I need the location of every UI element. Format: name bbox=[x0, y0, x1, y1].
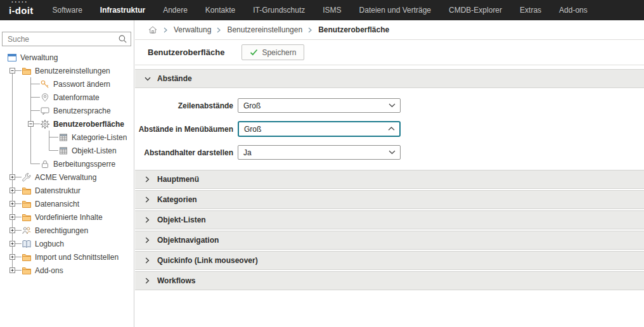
tree-item-objekt-listen[interactable]: Objekt-Listen bbox=[0, 144, 134, 157]
select-value: Ja bbox=[243, 148, 252, 157]
chevron-right-icon bbox=[144, 217, 151, 223]
nav-item-add-ons[interactable]: Add-ons bbox=[559, 6, 588, 15]
section-body-abstaende: ZeilenabständeGroßAbstände in Menübäumen… bbox=[135, 88, 644, 169]
wrench-icon bbox=[22, 172, 32, 183]
section-label: Quickinfo (Link mouseover) bbox=[157, 256, 258, 265]
app-logo[interactable]: i-doit bbox=[9, 5, 33, 16]
tree-item-datenformate[interactable]: Datenformate bbox=[0, 91, 134, 104]
select-value: Groß bbox=[243, 101, 261, 110]
page-title: Benutzeroberfläche bbox=[148, 48, 224, 57]
tree-item-label: Datenstruktur bbox=[35, 186, 80, 195]
tree-item-label: Passwort ändern bbox=[53, 80, 110, 89]
chevron-down-icon bbox=[389, 150, 396, 155]
tree-item-label: Benutzersprache bbox=[53, 106, 111, 115]
nav-item-kontakte[interactable]: Kontakte bbox=[205, 6, 235, 15]
section-header-objektnavigation[interactable]: Objektnavigation bbox=[135, 231, 644, 250]
field-label: Abstände in Menübäumen bbox=[135, 125, 238, 134]
folder-icon bbox=[22, 186, 32, 196]
tree-expand-toggle[interactable] bbox=[3, 237, 22, 250]
section-header-kategorien[interactable]: Kategorien bbox=[135, 190, 644, 209]
tree-expand-toggle[interactable] bbox=[3, 224, 22, 237]
nav-item-isms[interactable]: ISMS bbox=[323, 6, 341, 15]
tree-expand-toggle[interactable] bbox=[3, 197, 22, 210]
nav-item-cmdb-explorer[interactable]: CMDB-Explorer bbox=[449, 6, 502, 15]
tree-expand-toggle[interactable] bbox=[3, 264, 22, 277]
select-abstaende-in-menuebaeumen[interactable]: Groß bbox=[238, 121, 401, 137]
tree-connector bbox=[22, 104, 40, 117]
tree-item-import-und-schnittstellen[interactable]: Import und Schnittstellen bbox=[0, 250, 134, 264]
folder-icon bbox=[22, 212, 32, 222]
save-button-label: Speichern bbox=[262, 48, 296, 57]
section-header-hauptmenue[interactable]: Hauptmenü bbox=[135, 170, 644, 189]
tree-item-kategorie-listen[interactable]: Kategorie-Listen bbox=[0, 131, 134, 144]
tree-item-label: Logbuch bbox=[35, 240, 64, 248]
tree-connector bbox=[22, 157, 40, 170]
section-header-abstaende[interactable]: Abstände bbox=[135, 69, 644, 88]
table-icon bbox=[58, 132, 68, 143]
tree-item-label: Datenansicht bbox=[35, 200, 79, 208]
tree-expand-toggle[interactable] bbox=[3, 250, 22, 264]
breadcrumb-item-benutzeroberflaeche[interactable]: Benutzeroberfläche bbox=[318, 25, 389, 34]
nav-item-infrastruktur[interactable]: Infrastruktur bbox=[100, 6, 145, 15]
tree-connector bbox=[3, 104, 22, 117]
tree-item-label: Kategorie-Listen bbox=[72, 133, 127, 142]
nav-item-andere[interactable]: Andere bbox=[163, 6, 188, 15]
chevron-down-icon bbox=[144, 77, 151, 81]
tree-expand-toggle[interactable] bbox=[3, 170, 22, 184]
select-abstandhalter-darstellen[interactable]: Ja bbox=[238, 145, 401, 160]
tree-item-logbuch[interactable]: Logbuch bbox=[0, 237, 134, 250]
section-header-objekt-listen[interactable]: Objekt-Listen bbox=[135, 210, 644, 229]
tree-item-berbeitungssperre[interactable]: Berbeitungssperre bbox=[0, 157, 134, 170]
tree-connector bbox=[22, 144, 40, 157]
tree-expand-toggle[interactable] bbox=[3, 184, 22, 197]
section-header-workflows[interactable]: Workflows bbox=[135, 271, 644, 290]
field-row-abstaende-in-menuebaeumen: Abstände in MenübäumenGroß bbox=[135, 122, 644, 136]
search-icon[interactable] bbox=[118, 34, 127, 44]
tree-item-add-ons[interactable]: Add-ons bbox=[0, 264, 134, 277]
nav-item-extras[interactable]: Extras bbox=[520, 6, 541, 15]
home-icon[interactable] bbox=[148, 25, 158, 35]
tree-item-verwaltung[interactable]: Verwaltung bbox=[0, 51, 134, 64]
tree-collapse-toggle[interactable] bbox=[3, 64, 22, 77]
save-button[interactable]: Speichern bbox=[242, 44, 304, 60]
pin-icon bbox=[40, 93, 50, 103]
tree-item-benutzereinstellungen[interactable]: Benutzereinstellungen bbox=[0, 64, 134, 77]
check-icon bbox=[250, 49, 258, 56]
section-label: Kategorien bbox=[157, 195, 197, 204]
nav-item-software[interactable]: Software bbox=[52, 6, 82, 15]
tree-item-datenstruktur[interactable]: Datenstruktur bbox=[0, 184, 134, 197]
select-value: Groß bbox=[244, 125, 261, 134]
topbar-nav: SoftwareInfrastrukturAndereKontakteIT-Gr… bbox=[52, 0, 605, 20]
breadcrumb-item-benutzereinstellungen[interactable]: Benutzereinstellungen bbox=[227, 25, 302, 34]
people-icon bbox=[22, 226, 32, 236]
tree-item-acme-verwaltung[interactable]: ACME Verwaltung bbox=[0, 170, 134, 184]
search-box bbox=[2, 32, 131, 46]
tree-item-berechtigungen[interactable]: Berechtigungen bbox=[0, 224, 134, 237]
key-icon bbox=[40, 79, 50, 89]
tree-connector bbox=[3, 157, 22, 170]
tree-item-passwort-aendern[interactable]: Passwort ändern bbox=[0, 77, 134, 91]
section-header-quickinfo-link-mouseover[interactable]: Quickinfo (Link mouseover) bbox=[135, 251, 644, 270]
chevron-up-icon bbox=[388, 127, 395, 131]
tree-item-benutzeroberflaeche[interactable]: Benutzeroberfläche bbox=[0, 117, 134, 131]
tree-item-label: Benutzereinstellungen bbox=[35, 67, 110, 75]
tree-item-vordefinierte-inhalte[interactable]: Vordefinierte Inhalte bbox=[0, 210, 134, 224]
topbar: i-doit SoftwareInfrastrukturAndereKontak… bbox=[0, 0, 644, 20]
tree-collapse-toggle[interactable] bbox=[22, 117, 40, 131]
nav-item-dateien-und-vertraege[interactable]: Dateien und Verträge bbox=[359, 6, 431, 15]
breadcrumb-separator-icon bbox=[308, 27, 312, 33]
tree-expand-toggle[interactable] bbox=[3, 210, 22, 224]
tree-item-label: Vordefinierte Inhalte bbox=[35, 213, 103, 222]
chevron-right-icon bbox=[144, 257, 151, 264]
tree-item-datenansicht[interactable]: Datenansicht bbox=[0, 197, 134, 210]
section-label: Hauptmenü bbox=[157, 175, 199, 184]
chat-icon bbox=[40, 106, 50, 116]
select-zeilenabstaende[interactable]: Groß bbox=[238, 98, 401, 113]
table-icon bbox=[58, 146, 68, 156]
field-label: Abstandhalter darstellen bbox=[135, 148, 238, 157]
nav-item-it-grundschutz[interactable]: IT-Grundschutz bbox=[253, 6, 305, 15]
collapsed-sections: HauptmenüKategorienObjekt-ListenObjektna… bbox=[135, 170, 644, 290]
breadcrumb-item-verwaltung[interactable]: Verwaltung bbox=[174, 25, 211, 34]
tree-item-benutzersprache[interactable]: Benutzersprache bbox=[0, 104, 134, 117]
search-input[interactable] bbox=[3, 32, 118, 46]
